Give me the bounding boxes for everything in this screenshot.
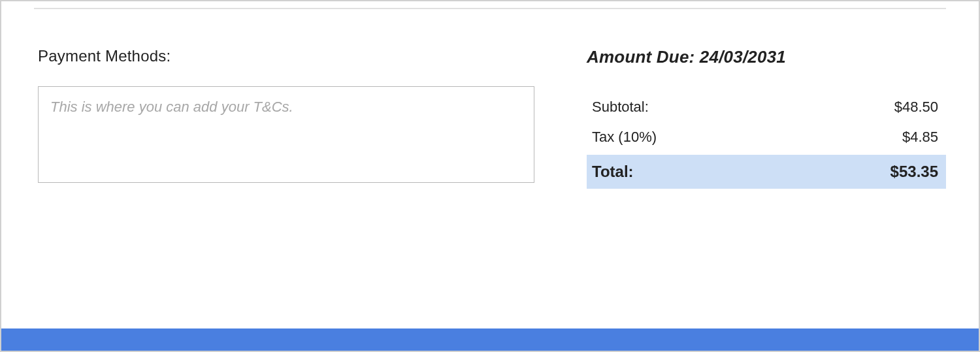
content-row: Payment Methods: Amount Due: 24/03/2031 … [1, 1, 979, 189]
top-divider [34, 8, 946, 9]
payment-methods-heading: Payment Methods: [38, 47, 534, 65]
invoice-footer-section: Payment Methods: Amount Due: 24/03/2031 … [0, 0, 980, 352]
tax-label: Tax (10%) [592, 129, 657, 146]
payment-methods-column: Payment Methods: [38, 47, 534, 189]
total-value: $53.35 [890, 163, 938, 181]
amount-summary-column: Amount Due: 24/03/2031 Subtotal: $48.50 … [587, 47, 946, 189]
tax-value: $4.85 [902, 129, 938, 146]
footer-accent-bar [1, 328, 979, 351]
tax-row: Tax (10%) $4.85 [587, 122, 946, 152]
terms-and-conditions-input[interactable] [38, 86, 534, 183]
total-label: Total: [592, 163, 634, 181]
subtotal-label: Subtotal: [592, 99, 649, 116]
subtotal-row: Subtotal: $48.50 [587, 92, 946, 122]
subtotal-value: $48.50 [894, 99, 938, 116]
amount-due-heading: Amount Due: 24/03/2031 [587, 47, 946, 67]
total-row: Total: $53.35 [587, 155, 946, 189]
